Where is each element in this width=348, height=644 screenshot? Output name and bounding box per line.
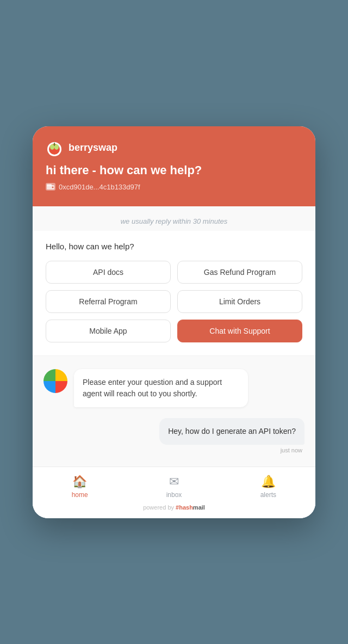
mosaic-cell-3 (44, 381, 55, 393)
brand-name: berryswap (69, 142, 117, 154)
wallet-icon (46, 183, 55, 191)
nav-tab-alerts[interactable]: 🔔 alerts (246, 475, 290, 499)
inbox-label: inbox (166, 491, 182, 499)
avatar-mosaic (44, 369, 67, 393)
bottom-nav: 🏠 home ✉ inbox 🔔 alerts powered by #hash… (33, 467, 315, 518)
options-row-1: API docs Gas Refund Program (46, 261, 302, 284)
options-area: Hello, how can we help? API docs Gas Ref… (33, 231, 315, 356)
outgoing-bubble: Hey, how do I generate an API token? (159, 418, 304, 445)
limit-orders-button[interactable]: Limit Orders (177, 290, 302, 313)
options-row-2: Referral Program Limit Orders (46, 290, 302, 313)
svg-point-2 (50, 144, 54, 150)
api-docs-button[interactable]: API docs (46, 261, 171, 284)
agent-avatar (44, 369, 67, 393)
wallet-address-row: 0xcd901de...4c1b133d97f (46, 183, 302, 191)
svg-rect-4 (54, 143, 55, 146)
svg-point-3 (54, 144, 59, 150)
home-icon: 🏠 (72, 475, 87, 489)
svg-rect-6 (47, 184, 52, 186)
options-row-3: Mobile App Chat with Support (46, 320, 302, 342)
powered-by: powered by #hashmail (33, 504, 315, 514)
options-greeting: Hello, how can we help? (46, 242, 302, 251)
nav-tab-home[interactable]: 🏠 home (58, 475, 102, 499)
referral-button[interactable]: Referral Program (46, 290, 171, 313)
home-label: home (72, 491, 88, 499)
berry-icon (46, 139, 63, 157)
gas-refund-button[interactable]: Gas Refund Program (177, 261, 302, 284)
nav-tabs: 🏠 home ✉ inbox 🔔 alerts (33, 475, 315, 499)
chat-support-button[interactable]: Chat with Support (177, 320, 302, 342)
outgoing-message: Hey, how do I generate an API token? jus… (44, 418, 304, 453)
inbox-icon: ✉ (169, 475, 179, 489)
chat-timestamp: just now (281, 447, 304, 453)
mosaic-cell-1 (44, 369, 55, 381)
incoming-message: Please enter your question and a support… (44, 369, 304, 407)
mobile-app-button[interactable]: Mobile App (46, 320, 171, 342)
wallet-address: 0xcd901de...4c1b133d97f (59, 183, 140, 191)
brand: berryswap (46, 139, 302, 157)
outgoing-wrapper: Hey, how do I generate an API token? jus… (159, 418, 304, 453)
reply-notice: we usually reply within 30 minutes (33, 206, 315, 231)
alerts-icon: 🔔 (261, 475, 276, 489)
powered-by-prefix: powered by (143, 504, 176, 511)
alerts-label: alerts (260, 491, 276, 499)
powered-by-mail: mail (193, 504, 205, 511)
chat-area: Please enter your question and a support… (33, 356, 315, 467)
svg-point-7 (52, 187, 54, 188)
mosaic-cell-2 (55, 369, 67, 381)
mosaic-cell-4 (55, 381, 67, 393)
header: berryswap hi there - how can we help? 0x… (33, 126, 315, 206)
powered-by-hash: #hash (176, 504, 193, 511)
body: we usually reply within 30 minutes Hello… (33, 206, 315, 518)
options-grid: API docs Gas Refund Program Referral Pro… (46, 261, 302, 342)
nav-tab-inbox[interactable]: ✉ inbox (152, 475, 196, 499)
incoming-bubble: Please enter your question and a support… (74, 369, 248, 407)
chat-window: berryswap hi there - how can we help? 0x… (33, 126, 315, 518)
header-title: hi there - how can we help? (46, 163, 302, 177)
